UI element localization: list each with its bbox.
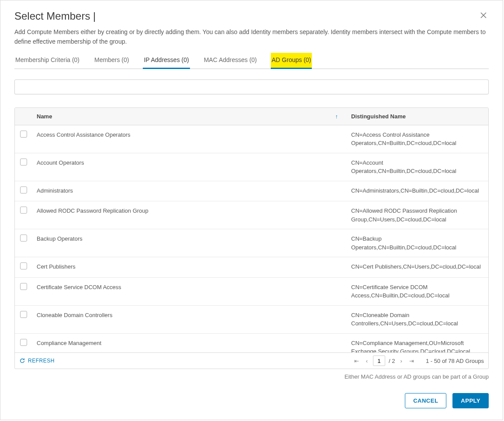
- tab-members-0[interactable]: Members (0): [93, 53, 130, 69]
- cancel-button[interactable]: CANCEL: [405, 393, 446, 408]
- apply-button[interactable]: APPLY: [452, 393, 489, 408]
- refresh-button[interactable]: REFRESH: [19, 358, 55, 364]
- row-dn: CN=Cloneable Domain Controllers,CN=Users…: [347, 305, 488, 333]
- close-icon: [480, 12, 487, 19]
- row-checkbox[interactable]: [20, 262, 27, 269]
- dialog-description: Add Compute Members either by creating o…: [0, 27, 503, 53]
- dialog-header: Select Members |: [0, 0, 503, 27]
- col-header-name-label: Name: [37, 113, 52, 120]
- row-name: Certificate Service DCOM Access: [32, 277, 347, 305]
- page-prev-icon[interactable]: ‹: [364, 357, 369, 365]
- row-checkbox[interactable]: [20, 186, 27, 193]
- row-name: Cert Publishers: [32, 257, 347, 278]
- table-row: Account OperatorsCN=Account Operators,CN…: [15, 153, 488, 181]
- row-name: Access Control Assistance Operators: [32, 125, 347, 153]
- tab-ip-addresses-0[interactable]: IP Addresses (0): [143, 53, 190, 69]
- row-name: Account Operators: [32, 153, 347, 181]
- col-header-dn-label: Distinguished Name: [351, 113, 406, 120]
- table-row: Compliance ManagementCN=Compliance Manag…: [15, 333, 488, 352]
- col-header-name[interactable]: Name ↑: [32, 108, 347, 125]
- dialog-footer: CANCEL APPLY: [0, 380, 503, 420]
- close-button[interactable]: [478, 10, 489, 23]
- page-total: / 2: [389, 358, 395, 364]
- row-checkbox[interactable]: [20, 311, 27, 318]
- select-members-dialog: Select Members | Add Compute Members eit…: [0, 0, 503, 420]
- row-dn: CN=Certificate Service DCOM Access,CN=Bu…: [347, 277, 488, 305]
- row-checkbox-cell: [15, 125, 32, 153]
- row-dn: CN=Backup Operators,CN=Builtin,DC=cloud,…: [347, 229, 488, 257]
- row-name: Backup Operators: [32, 229, 347, 257]
- pagination: ⇤ ‹ / 2 › ⇥ 1 - 50 of 78 AD Groups: [352, 355, 484, 366]
- row-checkbox-cell: [15, 257, 32, 278]
- col-header-dn[interactable]: Distinguished Name: [347, 108, 488, 125]
- row-checkbox-cell: [15, 153, 32, 181]
- row-name: Administrators: [32, 181, 347, 201]
- row-checkbox-cell: [15, 201, 32, 229]
- page-last-icon[interactable]: ⇥: [407, 357, 416, 365]
- page-range: 1 - 50 of 78 AD Groups: [426, 358, 484, 364]
- table-row: Access Control Assistance OperatorsCN=Ac…: [15, 125, 488, 153]
- table-scroll-area[interactable]: Name ↑ Distinguished Name Access Control…: [15, 108, 488, 352]
- row-dn: CN=Allowed RODC Password Replication Gro…: [347, 201, 488, 229]
- sort-ascending-icon: ↑: [335, 113, 338, 120]
- page-first-icon[interactable]: ⇤: [352, 357, 361, 365]
- ad-groups-table-container: Name ↑ Distinguished Name Access Control…: [14, 107, 489, 369]
- row-checkbox-cell: [15, 277, 32, 305]
- tab-mac-addresses-0[interactable]: MAC Addresses (0): [203, 53, 258, 69]
- row-checkbox[interactable]: [20, 235, 27, 242]
- table-footer: REFRESH ⇤ ‹ / 2 › ⇥ 1 - 50 of 78 AD Grou…: [15, 352, 488, 369]
- row-dn: CN=Access Control Assistance Operators,C…: [347, 125, 488, 153]
- row-checkbox-cell: [15, 305, 32, 333]
- search-input[interactable]: [14, 79, 489, 94]
- table-row: Cert PublishersCN=Cert Publishers,CN=Use…: [15, 257, 488, 278]
- page-next-icon[interactable]: ›: [398, 357, 404, 365]
- row-checkbox[interactable]: [20, 159, 27, 166]
- row-dn: CN=Administrators,CN=Builtin,DC=cloud,DC…: [347, 181, 488, 201]
- row-checkbox[interactable]: [20, 131, 27, 138]
- refresh-icon: [19, 358, 25, 364]
- page-input[interactable]: [373, 355, 385, 366]
- row-checkbox-cell: [15, 333, 32, 352]
- row-dn: CN=Account Operators,CN=Builtin,DC=cloud…: [347, 153, 488, 181]
- table-header-row: Name ↑ Distinguished Name: [15, 108, 488, 125]
- row-name: Compliance Management: [32, 333, 347, 352]
- table-row: Certificate Service DCOM AccessCN=Certif…: [15, 277, 488, 305]
- row-dn: CN=Compliance Management,OU=Microsoft Ex…: [347, 333, 488, 352]
- tab-bar: Membership Criteria (0)Members (0)IP Add…: [14, 53, 489, 69]
- search-container: [14, 79, 489, 94]
- row-dn: CN=Cert Publishers,CN=Users,DC=cloud,DC=…: [347, 257, 488, 278]
- row-name: Allowed RODC Password Replication Group: [32, 201, 347, 229]
- table-row: Cloneable Domain ControllersCN=Cloneable…: [15, 305, 488, 333]
- row-checkbox-cell: [15, 181, 32, 201]
- ad-groups-table: Name ↑ Distinguished Name Access Control…: [15, 108, 488, 352]
- footer-note: Either MAC Address or AD groups can be p…: [0, 369, 503, 380]
- table-row: AdministratorsCN=Administrators,CN=Built…: [15, 181, 488, 201]
- tab-ad-groups-0[interactable]: AD Groups (0): [271, 53, 312, 69]
- row-checkbox[interactable]: [20, 207, 27, 214]
- col-header-checkbox: [15, 108, 32, 125]
- table-row: Allowed RODC Password Replication GroupC…: [15, 201, 488, 229]
- tab-membership-criteria-0[interactable]: Membership Criteria (0): [14, 53, 80, 69]
- row-checkbox[interactable]: [20, 283, 27, 290]
- row-name: Cloneable Domain Controllers: [32, 305, 347, 333]
- table-row: Backup OperatorsCN=Backup Operators,CN=B…: [15, 229, 488, 257]
- row-checkbox[interactable]: [20, 339, 27, 346]
- row-checkbox-cell: [15, 229, 32, 257]
- dialog-title: Select Members |: [14, 10, 96, 22]
- refresh-label: REFRESH: [28, 358, 55, 364]
